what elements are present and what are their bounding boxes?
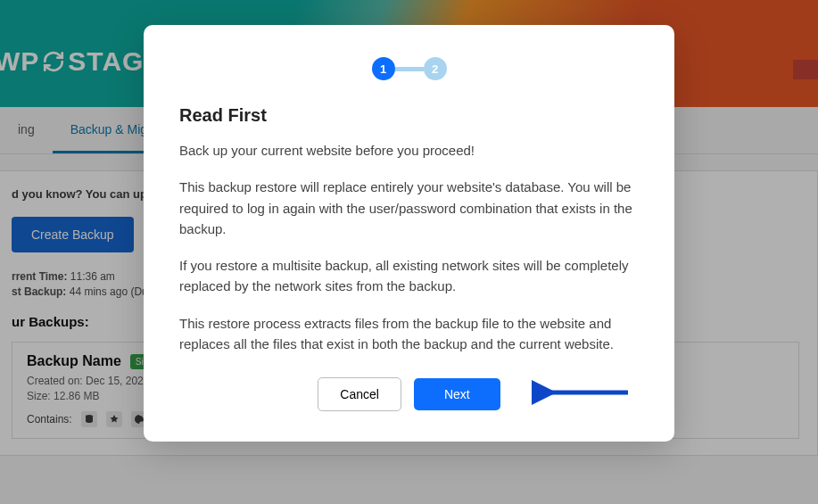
modal-overlay: 1 2 Read First Back up your current webs… — [0, 0, 818, 504]
restore-modal: 1 2 Read First Back up your current webs… — [144, 25, 674, 442]
step-1: 1 — [372, 57, 395, 80]
step-line — [395, 67, 424, 71]
arrow-annotation-icon — [532, 380, 630, 409]
step-2: 2 — [424, 57, 447, 80]
modal-paragraph-3: If you restore a multisite backup, all e… — [179, 255, 639, 297]
next-button[interactable]: Next — [414, 378, 500, 410]
modal-paragraph-2: This backup restore will replace entirel… — [179, 177, 639, 239]
step-indicator: 1 2 — [179, 57, 639, 80]
cancel-button[interactable]: Cancel — [318, 377, 401, 411]
modal-title: Read First — [179, 105, 639, 126]
modal-paragraph-4: This restore process extracts files from… — [179, 313, 639, 355]
modal-paragraph-1: Back up your current website before you … — [179, 140, 639, 161]
modal-actions: Cancel Next — [179, 377, 639, 411]
